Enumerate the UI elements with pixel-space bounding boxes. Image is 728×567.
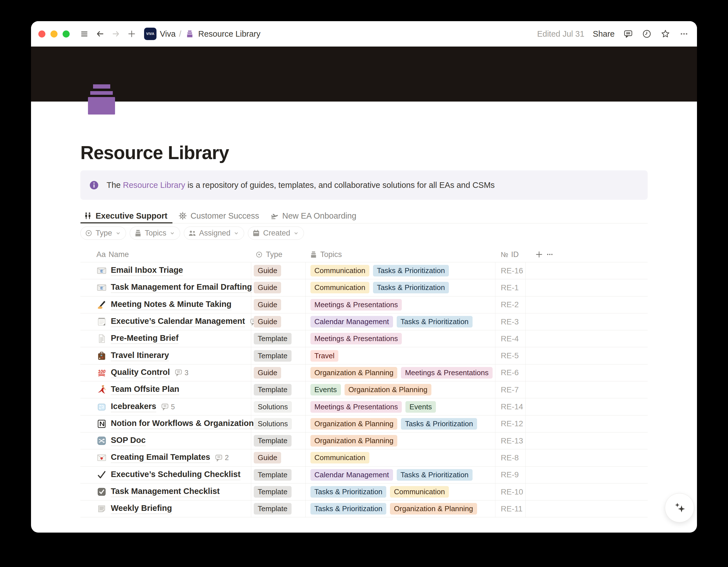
page-link[interactable]: Executive’s Scheduling Checklist [111, 470, 241, 480]
topic-tag: Meetings & Presentations [310, 333, 402, 345]
column-header-id[interactable]: № ID [495, 247, 526, 262]
close-window-button[interactable] [38, 30, 45, 37]
type-cell[interactable]: Guide [251, 314, 306, 330]
type-cell[interactable]: Template [251, 347, 306, 364]
topics-cell[interactable]: Tasks & PrioritizationCommunication [306, 484, 495, 500]
workspace-logo[interactable]: VIVA [144, 28, 156, 40]
page-link[interactable]: Pre-Meeting Brief [111, 334, 178, 344]
topic-tag: Meetings & Presentations [310, 401, 402, 413]
page-emoji-archive-icon[interactable] [88, 84, 115, 114]
callout-page-link[interactable]: Resource Library [123, 180, 185, 189]
page-link[interactable]: Team Offsite Plan [111, 385, 179, 395]
comment-indicator[interactable]: 5 [161, 403, 175, 411]
table-row: Icebreakers 5 Solutions Meetings & Prese… [80, 398, 648, 415]
back-icon[interactable] [95, 29, 105, 39]
add-column-icon[interactable] [535, 250, 543, 258]
new-page-icon[interactable] [127, 29, 137, 39]
breadcrumb-page[interactable]: Resource Library [198, 29, 261, 39]
page-link[interactable]: Weekly Briefing [111, 504, 172, 514]
more-options-icon[interactable] [679, 29, 689, 39]
archive-icon [134, 229, 142, 237]
tab-customer-success[interactable]: Customer Success [175, 207, 264, 223]
table-more-icon[interactable] [546, 250, 554, 258]
type-tag: Template [254, 435, 292, 447]
topics-cell[interactable]: Organization & PlanningTasks & Prioritiz… [306, 416, 495, 432]
comment-bubble-icon [215, 454, 223, 462]
topics-cell[interactable]: Communication [306, 449, 495, 466]
page-link[interactable]: Meeting Notes & Minute Taking [111, 300, 231, 310]
minimize-window-button[interactable] [50, 30, 58, 37]
comments-icon[interactable] [623, 29, 633, 39]
table-row: 100 Quality Control 3 Guide Organization… [80, 365, 648, 381]
page-link[interactable]: Email Inbox Triage [111, 265, 183, 276]
topics-cell[interactable]: Organization & PlanningMeetings & Presen… [306, 365, 495, 381]
topics-cell[interactable]: Meetings & PresentationsEvents [306, 398, 495, 415]
topics-cell[interactable]: EventsOrganization & Planning [306, 381, 495, 398]
page-link[interactable]: Icebreakers [111, 402, 156, 412]
type-cell[interactable]: Template [251, 381, 306, 398]
name-cell: 100 Quality Control 3 [80, 365, 251, 381]
topics-cell[interactable]: CommunicationTasks & Prioritization [306, 262, 495, 279]
type-cell[interactable]: Template [251, 500, 306, 517]
history-clock-icon[interactable] [642, 29, 652, 39]
page-link[interactable]: Creating Email Templates [111, 453, 210, 463]
writing-hand-icon [96, 300, 107, 310]
type-cell[interactable]: Template [251, 330, 306, 347]
zoom-window-button[interactable] [63, 30, 70, 37]
filter-created[interactable]: Created [248, 226, 304, 240]
type-cell[interactable]: Guide [251, 279, 306, 296]
column-header-type[interactable]: Type [251, 247, 306, 262]
filter-assigned[interactable]: Assigned [184, 226, 244, 240]
page-link[interactable]: SOP Doc [111, 436, 146, 446]
callout: The Resource Library is a repository of … [80, 170, 648, 200]
page-link[interactable]: Task Management Checklist [111, 487, 220, 497]
favorite-star-icon[interactable] [660, 29, 670, 39]
type-cell[interactable]: Guide [251, 262, 306, 279]
page-archive-icon [185, 29, 195, 39]
table-row: Task Management Checklist Template Tasks… [80, 484, 648, 500]
people-icon [188, 229, 196, 237]
topics-cell[interactable]: Tasks & PrioritizationOrganization & Pla… [306, 500, 495, 517]
topic-tag: Communication [310, 452, 369, 464]
topics-cell[interactable]: CommunicationTasks & Prioritization [306, 279, 495, 296]
type-cell[interactable]: Guide [251, 449, 306, 466]
name-cell: Task Management Checklist [80, 484, 251, 500]
tab-new-ea-onboarding[interactable]: New EA Onboarding [267, 207, 361, 223]
type-tag: Guide [254, 452, 281, 464]
topics-cell[interactable]: Travel [306, 347, 495, 364]
email-icon: E [96, 266, 107, 276]
sparkle-icon [672, 500, 687, 515]
type-cell[interactable]: Guide [251, 365, 306, 381]
type-cell[interactable]: Solutions [251, 416, 306, 432]
topics-cell[interactable]: Meetings & Presentations [306, 297, 495, 313]
type-tag: Guide [254, 282, 281, 294]
type-cell[interactable]: Solutions [251, 398, 306, 415]
type-cell[interactable]: Template [251, 484, 306, 500]
page-link[interactable]: Quality Control [111, 368, 170, 378]
share-button[interactable]: Share [593, 29, 615, 39]
tab-executive-support[interactable]: Executive Support [80, 207, 173, 223]
page-link[interactable]: Executive’s Calendar Management [111, 317, 245, 327]
comment-indicator[interactable]: 2 [215, 454, 229, 462]
type-cell[interactable]: Template [251, 433, 306, 449]
topics-cell[interactable]: Meetings & Presentations [306, 330, 495, 347]
column-header-topics[interactable]: Topics [306, 247, 495, 262]
topics-cell[interactable]: Calendar ManagementTasks & Prioritizatio… [306, 467, 495, 483]
comment-indicator[interactable]: 3 [175, 369, 188, 377]
topics-cell[interactable]: Calendar ManagementTasks & Prioritizatio… [306, 314, 495, 330]
forward-icon[interactable] [111, 29, 121, 39]
type-cell[interactable]: Template [251, 467, 306, 483]
column-header-name[interactable]: Aa Name [80, 247, 251, 262]
filter-type[interactable]: Type [80, 226, 126, 240]
page-link[interactable]: Notion for Workflows & Organization [111, 419, 254, 429]
topics-cell[interactable]: Organization & Planning [306, 433, 495, 449]
select-property-icon [255, 250, 263, 258]
page-link[interactable]: Task Management for Email Drafting [111, 282, 252, 293]
window-toolbar: VIVA Viva / Resource Library Edited Jul … [31, 21, 697, 47]
breadcrumb-workspace[interactable]: Viva [160, 29, 176, 39]
sidebar-toggle-icon[interactable] [79, 29, 89, 39]
type-cell[interactable]: Guide [251, 297, 306, 313]
filter-topics[interactable]: Topics [130, 226, 180, 240]
ai-assistant-button[interactable] [665, 493, 694, 522]
page-link[interactable]: Travel Itinerary [111, 351, 169, 361]
